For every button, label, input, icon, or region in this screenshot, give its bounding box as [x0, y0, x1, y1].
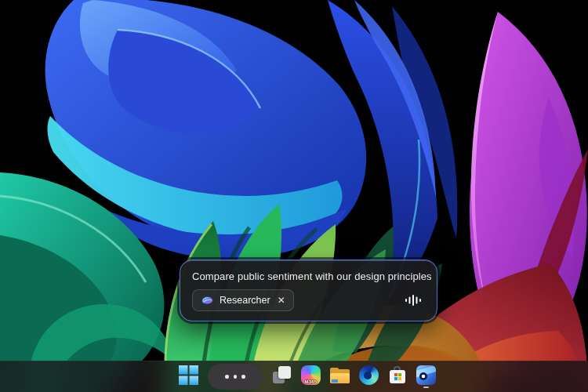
desktop: Compare public sentiment with our design…	[0, 0, 588, 392]
start-button[interactable]	[179, 365, 198, 389]
media-app-button[interactable]	[416, 365, 436, 389]
media-app-icon	[416, 365, 436, 385]
edge-button[interactable]	[359, 365, 379, 389]
prompt-text: Compare public sentiment with our design…	[192, 270, 432, 282]
voice-input-button[interactable]	[402, 289, 424, 311]
start-icon	[179, 365, 198, 385]
file-explorer-icon	[330, 368, 350, 384]
m365-copilot-icon: M365	[301, 365, 321, 385]
prompt-input[interactable]: Compare public sentiment with our design…	[192, 269, 426, 283]
store-icon	[388, 365, 407, 384]
chip-label: Researcher	[220, 295, 270, 306]
m365-badge: M365	[301, 379, 321, 384]
edge-icon	[359, 365, 379, 385]
researcher-chip[interactable]: Researcher ✕	[192, 289, 294, 311]
file-explorer-button[interactable]	[330, 366, 350, 388]
m365-copilot-button[interactable]: M365	[301, 365, 321, 389]
taskbar: M365	[0, 361, 588, 392]
more-options-pill[interactable]	[208, 364, 263, 390]
running-indicator	[423, 387, 429, 389]
researcher-icon	[201, 296, 214, 305]
store-button[interactable]	[388, 365, 407, 388]
task-view-button[interactable]	[272, 365, 292, 389]
copilot-prompt-box[interactable]: Compare public sentiment with our design…	[180, 260, 437, 321]
chip-close-icon[interactable]: ✕	[278, 296, 285, 305]
bloom-wallpaper	[0, 0, 588, 392]
waveform-icon	[405, 294, 422, 307]
task-view-icon	[272, 365, 292, 385]
ellipsis-icon	[225, 375, 229, 379]
